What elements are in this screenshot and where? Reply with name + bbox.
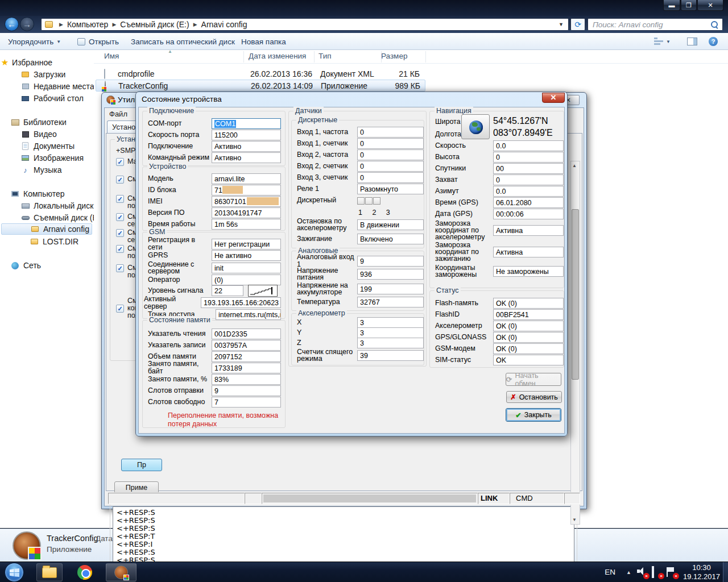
flash-status-field[interactable]: OK (0): [493, 298, 564, 309]
sidebar-documents[interactable]: Документы: [0, 140, 94, 152]
crumb-computer[interactable]: Компьютер: [67, 20, 108, 29]
sidebar-desktop[interactable]: Рабочий стол: [0, 93, 94, 104]
sidebar-pictures[interactable]: Изображения: [0, 152, 94, 164]
memory-used-bytes-field[interactable]: 1733189: [212, 363, 281, 373]
open-button[interactable]: Открыть: [77, 33, 119, 50]
sidebar-arnavi-config[interactable]: Arnavi config: [1, 223, 92, 235]
help-button[interactable]: ?: [709, 33, 718, 50]
accel-y-field[interactable]: 3: [357, 327, 424, 338]
in1-count-field[interactable]: 0: [357, 138, 424, 149]
hidden-icons-button[interactable]: ▲: [626, 569, 631, 575]
refresh-button[interactable]: ⟳: [570, 18, 585, 31]
sidebar-libraries[interactable]: Библиотеки: [0, 117, 94, 128]
file-row-cmdprofile[interactable]: cmdprofile 26.02.2013 16:36 Документ XML…: [96, 68, 425, 80]
network-icon[interactable]: ×: [652, 567, 662, 577]
sidebar-music[interactable]: ♪Музыка: [0, 164, 94, 176]
gps-status-field[interactable]: OK (0): [493, 332, 564, 343]
satellites-field[interactable]: 00: [493, 163, 564, 174]
battery-voltage-field[interactable]: 199: [357, 284, 424, 294]
gps-time-field[interactable]: 06.01.2080: [493, 197, 564, 208]
taskbar-chrome-button[interactable]: [72, 563, 98, 581]
crumb-arnavi[interactable]: Arnavi config: [201, 20, 247, 29]
language-indicator[interactable]: EN: [605, 568, 615, 576]
column-type[interactable]: Тип: [318, 52, 332, 60]
maximize-button[interactable]: ❐: [681, 0, 697, 11]
taskbar-explorer-button[interactable]: [36, 563, 63, 581]
taskbar-trackerconfig-button[interactable]: [106, 563, 136, 581]
in1-freq-field[interactable]: 0: [357, 127, 424, 138]
temperature-field[interactable]: 32767: [357, 297, 424, 307]
latitude-field[interactable]: 54°45.1267'N: [493, 116, 564, 126]
sleep-counter-field[interactable]: 39: [357, 350, 424, 361]
accel-stop-field[interactable]: В движении: [357, 219, 424, 230]
gsm-modem-status-field[interactable]: OK (0): [493, 343, 564, 354]
sidebar-video[interactable]: Видео: [0, 128, 94, 140]
show-desktop-button[interactable]: [723, 562, 728, 582]
stop-button[interactable]: ✗Остановить: [506, 391, 562, 403]
minimize-button[interactable]: ▬: [663, 0, 680, 11]
sidebar-favorites[interactable]: Избранное: [12, 58, 52, 67]
view-button[interactable]: ▼: [654, 33, 671, 50]
column-name[interactable]: Имя: [104, 52, 119, 60]
sidebar-computer[interactable]: Компьютер: [0, 188, 94, 199]
back-button[interactable]: ←: [5, 17, 19, 31]
freeze-accel-field[interactable]: Активна: [493, 225, 564, 236]
gsm-registration-field[interactable]: Нет регистрации: [212, 239, 281, 250]
map-button[interactable]: [461, 114, 490, 139]
crumb-disk-e[interactable]: Съемный диск (E:): [120, 20, 189, 29]
accel-x-field[interactable]: 3: [357, 317, 424, 328]
command-mode-field[interactable]: Активно: [212, 152, 281, 163]
breadcrumb[interactable]: ▶Компьютер ▶Съемный диск (E:) ▶Arnavi co…: [41, 18, 569, 31]
sidebar-disk-c[interactable]: Локальный диск (C: [0, 200, 94, 211]
azimuth-field[interactable]: 0.0: [493, 186, 564, 197]
send-slots-field[interactable]: 9: [212, 385, 281, 396]
ignition-field[interactable]: Включено: [357, 234, 424, 244]
close-dialog-button[interactable]: ✔Закрыть: [506, 408, 561, 422]
longitude-field[interactable]: 083°07.8949'E: [493, 128, 564, 138]
analog-in1-field[interactable]: 9: [357, 256, 424, 267]
sim-status-field[interactable]: OK: [493, 355, 564, 365]
model-field[interactable]: arnavi.lite: [212, 173, 281, 184]
scrollbar-thumb[interactable]: [572, 209, 579, 380]
accel-z-field[interactable]: 3: [357, 338, 424, 348]
crumb-dropdown-icon[interactable]: ▼: [559, 22, 564, 27]
settings-scrollbar[interactable]: ▲ ▼: [570, 161, 580, 525]
close-button[interactable]: ✕: [697, 0, 723, 11]
altitude-field[interactable]: 0: [493, 152, 564, 163]
access-point-field[interactable]: internet.mts.ru(mts,mts: [216, 309, 281, 320]
memory-used-pct-field[interactable]: 83%: [212, 374, 281, 385]
burn-button[interactable]: Записать на оптический диск: [131, 33, 235, 50]
freeze-ignition-field[interactable]: Активна: [493, 247, 564, 257]
port-speed-field[interactable]: 115200: [212, 130, 281, 140]
fix-field[interactable]: 0: [493, 174, 564, 185]
clock[interactable]: 10:3019.12.2017: [683, 563, 720, 581]
accel-status-field[interactable]: OK (0): [493, 321, 564, 331]
preview-pane-button[interactable]: [687, 33, 697, 50]
fw-version-field[interactable]: 201304191747: [212, 207, 281, 218]
forward-button[interactable]: →: [20, 17, 34, 31]
sidebar-recent[interactable]: Недавние места: [0, 81, 94, 92]
supply-voltage-field[interactable]: 936: [357, 269, 424, 280]
operator-field[interactable]: (0): [212, 275, 281, 285]
server-connection-field[interactable]: init: [212, 263, 281, 273]
column-size[interactable]: Размер: [381, 52, 407, 60]
signal-level-field[interactable]: 22: [212, 285, 243, 296]
active-server-field[interactable]: 193.193.165.166:20623: [201, 297, 281, 308]
sidebar-lostdir[interactable]: LOST.DIR: [0, 236, 94, 247]
sidebar-disk-e[interactable]: Съемный диск (E:): [0, 212, 94, 223]
connection-field[interactable]: Активно: [212, 141, 281, 152]
memory-size-field[interactable]: 2097152: [212, 351, 281, 362]
coords-frozen-field[interactable]: Не заморожены: [493, 266, 564, 277]
free-slots-field[interactable]: 7: [212, 397, 281, 408]
menu-file[interactable]: Файл: [109, 110, 127, 118]
in2-count-field[interactable]: 0: [357, 161, 424, 172]
gps-date-field[interactable]: 00:00:06: [493, 209, 564, 219]
read-pointer-field[interactable]: 001D2335: [212, 329, 281, 339]
organize-button[interactable]: Упорядочить▼: [8, 33, 61, 50]
sidebar-network[interactable]: Сеть: [0, 260, 94, 271]
search-input[interactable]: Поиск: Arnavi config: [588, 18, 723, 31]
speed-field[interactable]: 0.0: [493, 140, 564, 151]
write-pointer-field[interactable]: 0037957A: [212, 340, 281, 351]
gprs-field[interactable]: Не активно: [212, 250, 281, 261]
start-button[interactable]: [5, 563, 24, 582]
